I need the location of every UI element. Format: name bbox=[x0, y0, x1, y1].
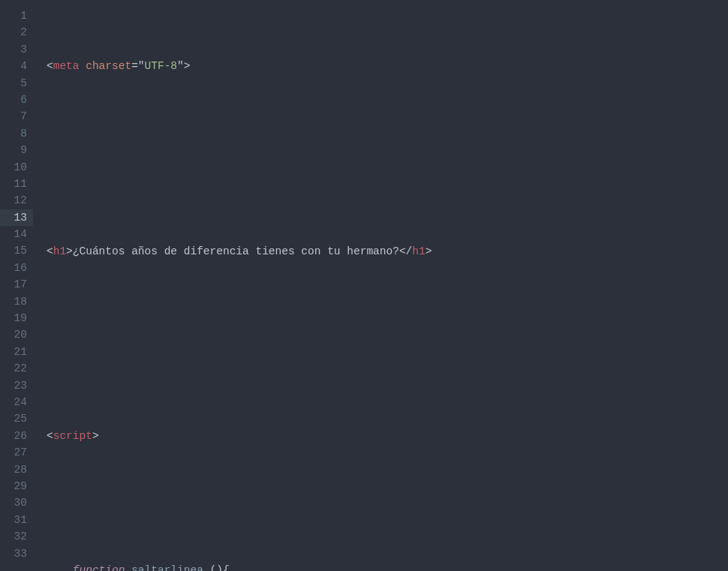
code-line: <meta charset="UTF-8"> bbox=[47, 58, 728, 74]
line-number: 20 bbox=[5, 326, 27, 343]
line-number: 15 bbox=[5, 242, 27, 259]
line-number: 18 bbox=[5, 293, 27, 310]
code-line: <script> bbox=[47, 428, 728, 444]
line-number-gutter: 1234567891011121314151617181920212223242… bbox=[0, 0, 33, 571]
line-number: 33 bbox=[5, 545, 27, 562]
line-number: 26 bbox=[5, 428, 27, 444]
code-line bbox=[47, 310, 728, 326]
line-number: 10 bbox=[5, 159, 27, 176]
code-line bbox=[47, 495, 728, 512]
line-number: 32 bbox=[5, 528, 27, 545]
line-number: 2 bbox=[5, 24, 27, 41]
line-number: 16 bbox=[5, 260, 27, 276]
line-number: 19 bbox=[5, 310, 27, 326]
code-editor[interactable]: 1234567891011121314151617181920212223242… bbox=[0, 0, 728, 571]
attribute-name: charset bbox=[86, 60, 131, 72]
function-name: saltarlinea bbox=[131, 564, 203, 571]
keyword: function bbox=[73, 564, 125, 571]
line-number: 25 bbox=[5, 410, 27, 427]
line-number: 21 bbox=[5, 344, 27, 360]
line-number: 13 bbox=[0, 209, 33, 226]
line-number: 31 bbox=[5, 512, 27, 528]
text-content: ¿Cuántos años de diferencia tienes con t… bbox=[73, 245, 399, 257]
tag-name: h1 bbox=[53, 245, 66, 257]
tag-name: meta bbox=[53, 60, 80, 72]
line-number: 6 bbox=[5, 92, 27, 108]
line-number: 9 bbox=[5, 142, 27, 158]
line-number: 27 bbox=[5, 444, 27, 461]
tag-name: script bbox=[53, 430, 92, 442]
brace: { bbox=[223, 564, 230, 571]
line-number: 1 bbox=[5, 8, 27, 24]
line-number: 3 bbox=[5, 41, 27, 58]
code-line bbox=[47, 360, 728, 377]
line-number: 23 bbox=[5, 377, 27, 394]
angle-bracket: < bbox=[47, 60, 53, 72]
line-number: 7 bbox=[5, 108, 27, 125]
line-number: 28 bbox=[5, 461, 27, 478]
code-line bbox=[47, 125, 728, 142]
line-number: 12 bbox=[5, 192, 27, 209]
line-number: 22 bbox=[5, 360, 27, 377]
line-number: 11 bbox=[5, 176, 27, 192]
code-area[interactable]: <meta charset="UTF-8"> <h1>¿Cuántos años… bbox=[33, 0, 728, 571]
code-line: function saltarlinea (){ bbox=[47, 562, 728, 571]
line-number: 14 bbox=[5, 226, 27, 242]
line-number: 30 bbox=[5, 494, 27, 511]
line-number: 29 bbox=[5, 478, 27, 494]
string: UTF-8 bbox=[145, 60, 178, 72]
line-number: 24 bbox=[5, 394, 27, 410]
line-number: 4 bbox=[5, 58, 27, 74]
line-number: 5 bbox=[5, 75, 27, 92]
code-line: <h1>¿Cuántos años de diferencia tienes c… bbox=[47, 243, 728, 260]
line-number: 8 bbox=[5, 125, 27, 142]
line-number: 17 bbox=[5, 276, 27, 293]
code-line bbox=[47, 176, 728, 192]
